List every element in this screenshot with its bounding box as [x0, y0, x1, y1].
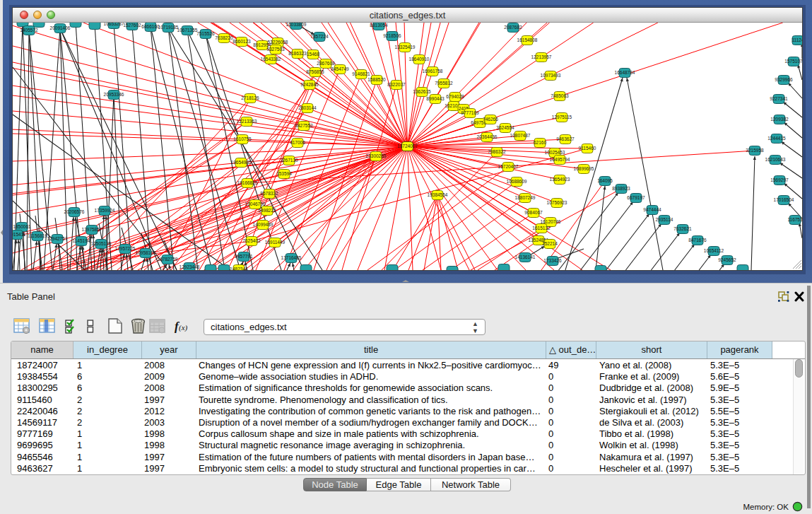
svg-text:12923448: 12923448 — [180, 264, 200, 269]
svg-text:10671355: 10671355 — [177, 28, 198, 33]
svg-text:12942757: 12942757 — [47, 236, 68, 241]
svg-text:9245652: 9245652 — [718, 257, 736, 262]
svg-text:2087682: 2087682 — [504, 25, 522, 30]
svg-text:18640910: 18640910 — [409, 57, 430, 62]
svg-text:10807487: 10807487 — [510, 133, 531, 138]
svg-text:15720407: 15720407 — [498, 164, 519, 169]
svg-text:17359924: 17359924 — [95, 208, 115, 213]
svg-text:16495794: 16495794 — [550, 157, 570, 162]
svg-text:7986322: 7986322 — [488, 149, 506, 154]
svg-text:1527602: 1527602 — [123, 23, 141, 28]
svg-text:16961758: 16961758 — [423, 69, 443, 74]
svg-text:7485063: 7485063 — [551, 93, 569, 98]
svg-text:8322037: 8322037 — [387, 82, 406, 87]
svg-text:8756855: 8756855 — [306, 69, 324, 74]
svg-text:8471676: 8471676 — [688, 238, 707, 243]
svg-text:1569297: 1569297 — [770, 177, 789, 182]
svg-text:10958107: 10958107 — [136, 250, 156, 255]
svg-text:12975115: 12975115 — [552, 115, 572, 119]
svg-text:12505135: 12505135 — [91, 241, 112, 246]
svg-text:20091406: 20091406 — [50, 25, 71, 30]
svg-text:9084067: 9084067 — [524, 210, 543, 215]
svg-text:23300285: 23300285 — [366, 153, 387, 158]
svg-text:1610755: 1610755 — [233, 136, 252, 141]
svg-text:10688609: 10688609 — [507, 179, 527, 184]
svg-text:19654985: 19654985 — [231, 160, 252, 165]
svg-text:9777169: 9777169 — [461, 110, 479, 115]
svg-text:1362615: 1362615 — [413, 89, 431, 94]
svg-text:16154808: 16154808 — [517, 37, 538, 42]
svg-text:3915411: 3915411 — [8, 232, 26, 237]
svg-text:2935114: 2935114 — [656, 217, 673, 222]
svg-text:7638220: 7638220 — [215, 35, 233, 40]
svg-text:3624554: 3624554 — [496, 125, 514, 130]
svg-text:14099489: 14099489 — [253, 222, 273, 227]
svg-text:13654923: 13654923 — [550, 177, 570, 182]
svg-text:19166825: 19166825 — [237, 180, 258, 185]
svg-text:252214: 252214 — [542, 241, 558, 246]
svg-text:7632621: 7632621 — [673, 226, 692, 231]
svg-text:7515526: 7515526 — [196, 31, 215, 36]
svg-text:8186323: 8186323 — [288, 51, 307, 56]
svg-text:9242845: 9242845 — [300, 82, 319, 87]
svg-text:1615132: 1615132 — [532, 226, 551, 230]
svg-text:16911449: 16911449 — [265, 240, 286, 245]
svg-text:1575107: 1575107 — [784, 59, 803, 64]
svg-text:13325419: 13325419 — [395, 45, 416, 49]
svg-text:62160: 62160 — [534, 140, 546, 145]
svg-text:16648784: 16648784 — [615, 70, 635, 75]
svg-text:2803144: 2803144 — [298, 105, 317, 110]
svg-text:1482344: 1482344 — [230, 267, 248, 271]
svg-text:8454749: 8454749 — [331, 66, 349, 71]
svg-text:11156819: 11156819 — [28, 233, 47, 238]
svg-text:746266: 746266 — [483, 117, 498, 122]
svg-text:1588520: 1588520 — [367, 77, 386, 82]
svg-text:10653287: 10653287 — [104, 21, 124, 26]
svg-text:9457791: 9457791 — [235, 254, 253, 259]
svg-text:1733426: 1733426 — [543, 258, 562, 263]
svg-text:11124: 11124 — [792, 37, 804, 42]
svg-text:9329966: 9329966 — [775, 77, 793, 82]
svg-text:3215958: 3215958 — [746, 148, 764, 153]
svg-text:9115460: 9115460 — [579, 146, 596, 151]
svg-text:1850061: 1850061 — [13, 224, 31, 229]
svg-text:1209382: 1209382 — [770, 117, 789, 122]
svg-text:13716485: 13716485 — [281, 255, 302, 260]
svg-text:53226058: 53226058 — [268, 40, 288, 45]
svg-text:1405572: 1405572 — [20, 28, 38, 33]
svg-text:2867608: 2867608 — [317, 61, 335, 66]
svg-text:1244415: 1244415 — [767, 136, 786, 141]
svg-text:16033809: 16033809 — [286, 22, 307, 27]
svg-text:8427552: 8427552 — [295, 123, 313, 128]
svg-text:7625402: 7625402 — [242, 238, 261, 243]
svg-text:116753: 116753 — [787, 217, 803, 222]
svg-text:10973493: 10973493 — [541, 73, 561, 78]
svg-text:6794028: 6794028 — [446, 94, 464, 99]
svg-text:12213957: 12213957 — [531, 54, 552, 59]
svg-text:13975857: 13975857 — [82, 227, 102, 232]
svg-text:18807249: 18807249 — [515, 195, 536, 200]
svg-text:9474444: 9474444 — [643, 207, 661, 212]
svg-text:8660123: 8660123 — [233, 39, 251, 44]
svg-text:9327503: 9327503 — [266, 47, 285, 52]
svg-text:20953346: 20953346 — [104, 92, 124, 97]
svg-text:14136141: 14136141 — [515, 255, 536, 259]
svg-text:8578332: 8578332 — [260, 191, 278, 196]
svg-text:16210643: 16210643 — [765, 157, 786, 162]
svg-text:10025453: 10025453 — [545, 150, 565, 155]
svg-text:10719185: 10719185 — [158, 25, 179, 30]
svg-text:9227341: 9227341 — [770, 96, 788, 101]
svg-text:17016504: 17016504 — [774, 197, 794, 202]
svg-text:5498222: 5498222 — [258, 208, 276, 213]
svg-text:16782759: 16782759 — [158, 257, 178, 262]
svg-text:9463627: 9463627 — [556, 136, 575, 141]
svg-text:10756923: 10756923 — [547, 200, 567, 205]
svg-text:8990443: 8990443 — [426, 96, 445, 101]
svg-text:9146821: 9146821 — [352, 71, 370, 76]
svg-text:10046796: 10046796 — [245, 201, 266, 206]
svg-text:8938923: 8938923 — [612, 186, 630, 191]
svg-text:7857224: 7857224 — [310, 34, 329, 39]
svg-text:18724007: 18724007 — [397, 144, 418, 148]
svg-text:15468: 15468 — [307, 52, 319, 57]
svg-text:20364436: 20364436 — [477, 134, 498, 139]
